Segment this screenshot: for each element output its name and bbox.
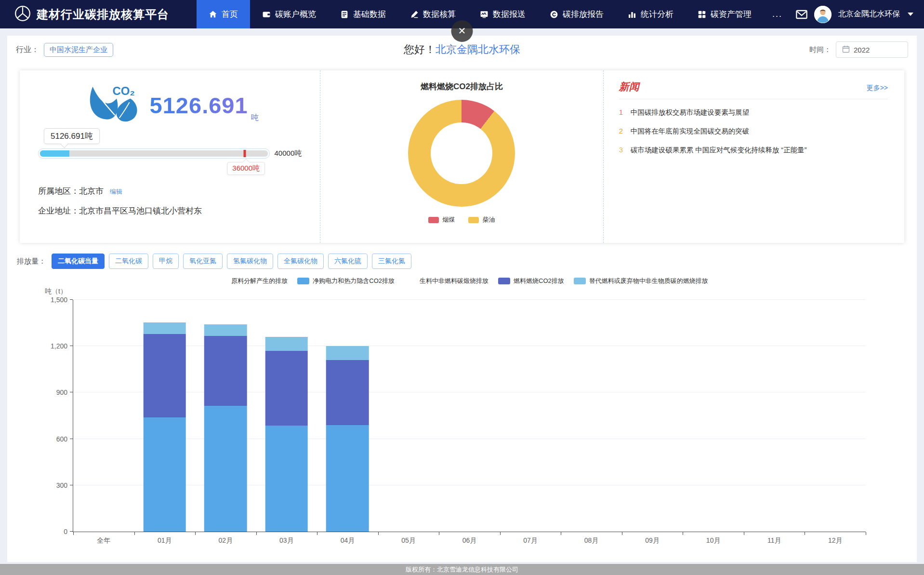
tab-氢氟碳化物[interactable]: 氢氟碳化物 — [227, 254, 273, 269]
bar-segment — [326, 360, 369, 425]
nav-item-base-data[interactable]: 基础数据 — [328, 0, 398, 28]
nav-item-label: 统计分析 — [641, 9, 673, 20]
chart-legend-item[interactable]: 替代燃料或废弃物中非生物质碳的燃烧排放 — [574, 277, 708, 285]
bar-chart-legend: 原料分解产生的排放净购电力和热力隐含CO2排放生料中非燃料碳煅烧排放燃料燃烧CO… — [16, 277, 908, 285]
tab-甲烷[interactable]: 甲烷 — [153, 254, 179, 269]
gridline — [73, 346, 866, 346]
donut-legend-item[interactable]: 烟煤 — [428, 215, 455, 224]
copyright-icon — [550, 10, 558, 19]
quota-tooltip: 36000吨 — [227, 162, 265, 175]
gridline — [73, 392, 866, 392]
news-divider — [619, 99, 888, 99]
nav-item-home[interactable]: 首页 — [197, 0, 250, 28]
mail-icon[interactable] — [796, 10, 807, 19]
news-item-1[interactable]: 1中国碳排放权交易市场建设要素与展望 — [619, 103, 888, 122]
nav-item-more[interactable]: ... — [764, 0, 791, 28]
emission-progress-bar: 36000吨 — [38, 148, 270, 159]
stacked-bar-04月 — [326, 300, 369, 532]
x-category-label: 07月 — [523, 536, 538, 545]
chart-legend-item[interactable]: 净购电力和热力隐含CO2排放 — [297, 277, 395, 285]
home-icon — [209, 10, 217, 19]
greeting-company-name[interactable]: 北京金隅北水环保 — [436, 43, 520, 55]
platform-logo-icon — [14, 5, 31, 24]
news-item-text: 中国碳排放权交易市场建设要素与展望 — [631, 108, 750, 117]
nav-item-carbon-account[interactable]: 碳账户概览 — [250, 0, 328, 28]
x-tick-mark — [805, 532, 805, 535]
stacked-bar-01月 — [144, 300, 186, 532]
x-category-label: 05月 — [401, 536, 416, 545]
blocks-icon — [698, 10, 706, 19]
region-value: 北京市 — [79, 187, 104, 196]
x-category-label: 11月 — [767, 536, 781, 545]
x-tick-mark — [378, 532, 379, 535]
address-value: 北京市昌平区马池口镇北小营村东 — [79, 206, 202, 215]
donut-legend-item[interactable]: 柴油 — [468, 215, 495, 224]
industry-tag[interactable]: 中国水泥生产企业 — [44, 43, 113, 57]
x-tick-mark — [622, 532, 622, 535]
x-tick-mark — [683, 532, 683, 535]
x-category-label: 10月 — [706, 536, 721, 545]
greeting-prefix: 您好！ — [404, 43, 436, 55]
x-category-label: 09月 — [645, 536, 660, 545]
news-more-link[interactable]: 更多>> — [867, 84, 888, 93]
tab-三氟化氮[interactable]: 三氟化氮 — [372, 254, 411, 269]
legend-color-chip — [574, 278, 586, 284]
x-category-label: 01月 — [158, 536, 172, 545]
fuel-co2-donut-panel: 燃料燃烧CO2排放占比 烟煤柴油 — [320, 70, 604, 243]
emission-type-tabs: 排放量： 二氧化碳当量二氧化碳甲烷氧化亚氮氢氟碳化物全氟碳化物六氟化硫三氟化氮 — [16, 254, 908, 269]
calendar-icon — [842, 45, 850, 54]
y-tick-mark — [70, 485, 73, 485]
news-title: 新闻 — [619, 80, 639, 94]
y-tick-mark — [70, 299, 73, 300]
legend-color-chip — [216, 278, 228, 284]
user-name[interactable]: 北京金隅北水环保 — [838, 9, 900, 19]
close-overlay-button[interactable]: ✕ — [451, 20, 473, 42]
co2-leaf-icon: CO₂ — [86, 83, 147, 127]
progress-fill — [40, 150, 69, 157]
x-tick-mark — [500, 532, 501, 535]
nav-item-data-submission[interactable]: 数据报送 — [468, 0, 538, 28]
chevron-down-icon[interactable] — [908, 13, 913, 16]
avatar[interactable] — [814, 6, 832, 23]
industry-field: 行业： 中国水泥生产企业 — [16, 43, 113, 57]
news-panel: 新闻 更多>> 1中国碳排放权交易市场建设要素与展望2中国将在年底前实现全国碳交… — [604, 70, 904, 243]
monthly-emission-chart: 吨（t） 03006009001,2001,500全年01月02月03月04月0… — [16, 287, 908, 555]
chart-legend-item[interactable]: 生料中非燃料碳煅烧排放 — [404, 277, 488, 285]
chart-legend-item[interactable]: 原料分解产生的排放 — [216, 277, 288, 285]
emission-total: CO₂ 5126.691 吨 — [43, 83, 302, 127]
legend-color-chip — [498, 278, 510, 284]
wallet-icon — [262, 10, 271, 19]
tab-二氧化碳当量[interactable]: 二氧化碳当量 — [52, 254, 105, 269]
news-item-text: 中国将在年底前实现全国碳交易的突破 — [631, 127, 750, 136]
bar-segment — [144, 334, 186, 417]
x-tick-mark — [439, 532, 439, 535]
legend-label: 烟煤 — [442, 215, 455, 224]
x-category-label: 08月 — [584, 536, 599, 545]
address-line: 企业地址：北京市昌平区马池口镇北小营村东 — [38, 205, 302, 216]
y-tick-mark — [70, 439, 73, 439]
nav-item-label: 基础数据 — [353, 9, 386, 20]
edit-region-link[interactable]: 编辑 — [110, 188, 122, 195]
news-item-index: 2 — [619, 127, 625, 136]
legend-label: 生料中非燃料碳煅烧排放 — [420, 277, 488, 285]
year-picker-input[interactable]: 2022 — [836, 41, 908, 58]
tab-全氟碳化物[interactable]: 全氟碳化物 — [277, 254, 324, 269]
x-tick-mark — [866, 532, 866, 535]
bar-segment — [265, 426, 308, 532]
nav-item-emission-report[interactable]: 碳排放报告 — [538, 0, 616, 28]
news-item-2[interactable]: 2中国将在年底前实现全国碳交易的突破 — [619, 122, 888, 141]
emission-progress-block: 5126.691吨 36000吨 40000吨 — [38, 128, 302, 159]
x-tick-mark — [561, 532, 561, 535]
nav-item-carbon-assets[interactable]: 碳资产管理 — [686, 0, 764, 28]
bar-chart-icon — [628, 10, 636, 19]
tab-二氧化碳[interactable]: 二氧化碳 — [109, 254, 148, 269]
y-tick-label: 600 — [56, 435, 67, 443]
x-tick-mark — [317, 532, 317, 535]
tab-六氟化硫[interactable]: 六氟化硫 — [328, 254, 368, 269]
x-tick-mark — [73, 532, 74, 535]
tab-氧化亚氮[interactable]: 氧化亚氮 — [183, 254, 223, 269]
news-item-3[interactable]: 3碳市场建设硕果累累 中国应对气候变化持续释放 “正能量” — [619, 141, 888, 160]
nav-item-statistics[interactable]: 统计分析 — [616, 0, 686, 28]
chart-legend-item[interactable]: 燃料燃烧CO2排放 — [498, 277, 564, 285]
emission-total-value: 5126.691 — [150, 92, 248, 119]
